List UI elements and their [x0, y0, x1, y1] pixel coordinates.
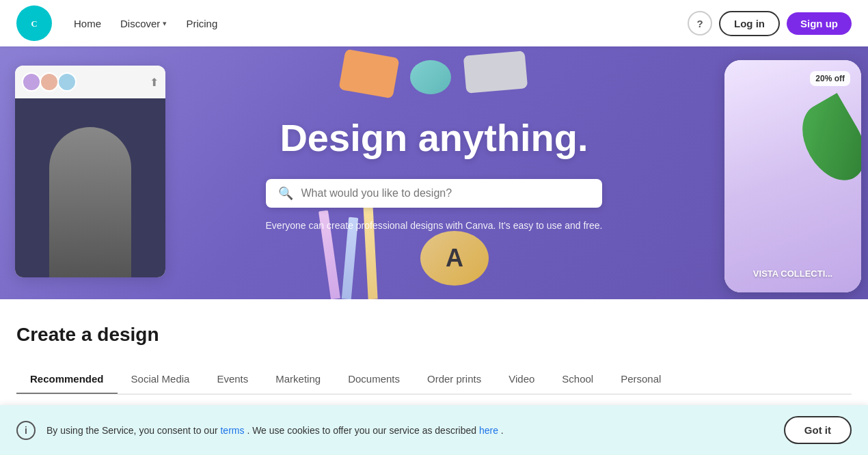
- tab-personal[interactable]: Personal: [607, 365, 675, 395]
- signup-button[interactable]: Sign up: [787, 12, 852, 35]
- tab-marketing[interactable]: Marketing: [262, 365, 334, 395]
- search-bar: 🔍: [266, 179, 603, 208]
- signup-label: Sign up: [800, 18, 838, 29]
- nav-pricing[interactable]: Pricing: [178, 12, 226, 35]
- nav-discover[interactable]: Discover ▾: [112, 12, 175, 35]
- tab-video[interactable]: Video: [495, 365, 548, 395]
- navbar-actions: ? Log in Sign up: [688, 11, 852, 36]
- tab-documents[interactable]: Documents: [334, 365, 413, 395]
- cookie-text-middle: . We use cookies to offer you our servic…: [247, 425, 476, 436]
- nav-home-label: Home: [74, 18, 101, 29]
- canva-logo[interactable]: C: [16, 5, 52, 41]
- nav-discover-label: Discover: [120, 18, 160, 29]
- navbar: C Home Discover ▾ Pricing ? Log in Sign …: [0, 0, 868, 46]
- tab-recommended[interactable]: Recommended: [16, 365, 118, 395]
- hero-title: Design anything.: [266, 115, 603, 160]
- cookie-banner: i By using the Service, you consent to o…: [0, 405, 868, 455]
- here-link[interactable]: here: [479, 425, 498, 436]
- tab-order-prints[interactable]: Order prints: [413, 365, 495, 395]
- search-icon: 🔍: [278, 186, 293, 201]
- cookie-got-button[interactable]: Got it: [784, 416, 852, 444]
- cookie-text-suffix: .: [501, 425, 504, 436]
- login-label: Log in: [734, 18, 765, 29]
- tab-events[interactable]: Events: [203, 365, 262, 395]
- design-tabs: Recommended Social Media Events Marketin…: [16, 365, 852, 395]
- help-icon: ?: [696, 18, 703, 29]
- hero-subtitle: Everyone can create professional designs…: [266, 220, 603, 231]
- create-design-heading: Create a design: [16, 324, 852, 346]
- nav-pricing-label: Pricing: [186, 18, 217, 29]
- tab-social-media[interactable]: Social Media: [118, 365, 204, 395]
- login-button[interactable]: Log in: [719, 11, 780, 36]
- svg-text:C: C: [31, 19, 37, 29]
- tab-school[interactable]: School: [548, 365, 607, 395]
- nav-links: Home Discover ▾ Pricing: [66, 12, 688, 35]
- nav-home[interactable]: Home: [66, 12, 109, 35]
- hero-content: Design anything. 🔍 Everyone can create p…: [252, 115, 616, 231]
- help-button[interactable]: ?: [688, 11, 712, 36]
- hero-section: ⬆ A 20% off VISTA COLLECTI...: [0, 46, 868, 299]
- search-input[interactable]: [301, 187, 591, 199]
- discover-chevron-icon: ▾: [163, 19, 167, 28]
- cookie-text-prefix: By using the Service, you consent to our: [46, 425, 218, 436]
- cookie-text: By using the Service, you consent to our…: [46, 425, 773, 436]
- terms-link[interactable]: terms: [220, 425, 244, 436]
- cookie-got-label: Got it: [804, 424, 831, 436]
- cookie-info-icon: i: [16, 421, 36, 440]
